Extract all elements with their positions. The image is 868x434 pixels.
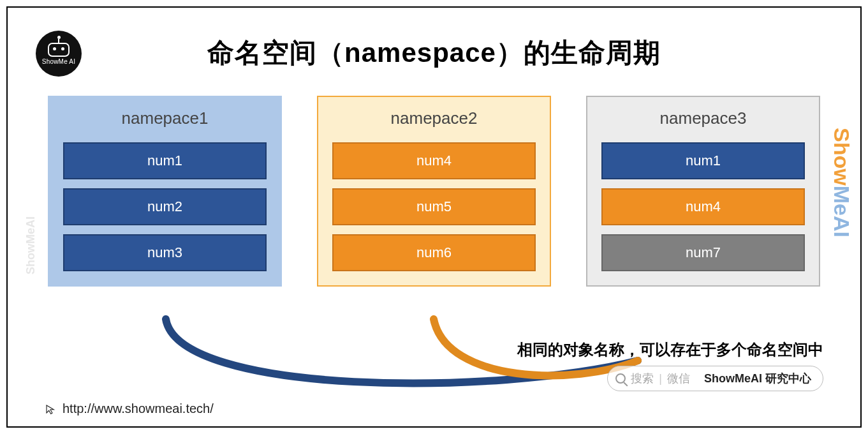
cursor-icon	[45, 402, 56, 416]
caption-text: 相同的对象名称，可以存在于多个命名空间中	[517, 340, 823, 360]
item-label: num7	[686, 244, 721, 261]
namespace-boxes: namepace1 num1 num2 num3 namepace2 num4 …	[48, 96, 820, 287]
item-label: num1	[686, 153, 721, 169]
namespace-item: num4	[601, 188, 805, 225]
item-label: num4	[686, 198, 721, 215]
namespace-title: namepace1	[63, 108, 267, 128]
item-label: num6	[416, 244, 452, 261]
page-title: 命名空间（namespace）的生命周期	[0, 35, 868, 71]
namespace-box-3: namepace3 num1 num4 num7	[586, 96, 820, 287]
item-label: num5	[416, 198, 452, 215]
search-icon	[615, 373, 626, 384]
namespace-item: num4	[332, 142, 536, 179]
wechat-label: 微信	[667, 371, 690, 386]
brand-label: ShowMeAI 研究中心	[704, 371, 811, 386]
footer-link[interactable]: http://www.showmeai.tech/	[45, 401, 214, 416]
namespace-item: num6	[332, 234, 536, 271]
item-label: num3	[147, 244, 182, 261]
item-label: num2	[147, 198, 182, 215]
search-pill[interactable]: 搜索 | 微信 ShowMeAI 研究中心	[607, 366, 823, 391]
item-label: num4	[416, 153, 452, 169]
namespace-item: num5	[332, 188, 536, 225]
namespace-item: num2	[63, 188, 267, 225]
watermark-right: ShowMeAI	[829, 128, 854, 237]
separator: |	[659, 372, 662, 385]
namespace-item: num1	[63, 142, 267, 179]
namespace-title: namepace3	[601, 108, 805, 128]
namespace-box-2: namepace2 num4 num5 num6	[317, 96, 551, 287]
watermark-left: ShowMeAI	[24, 216, 38, 274]
item-label: num1	[147, 153, 182, 169]
search-label: 搜索	[631, 371, 654, 386]
namespace-item: num1	[601, 142, 805, 179]
namespace-box-1: namepace1 num1 num2 num3	[48, 96, 282, 287]
namespace-item: num7	[601, 234, 805, 271]
namespace-item: num3	[63, 234, 267, 271]
footer-url-text: http://www.showmeai.tech/	[63, 401, 214, 416]
namespace-title: namepace2	[332, 108, 536, 128]
